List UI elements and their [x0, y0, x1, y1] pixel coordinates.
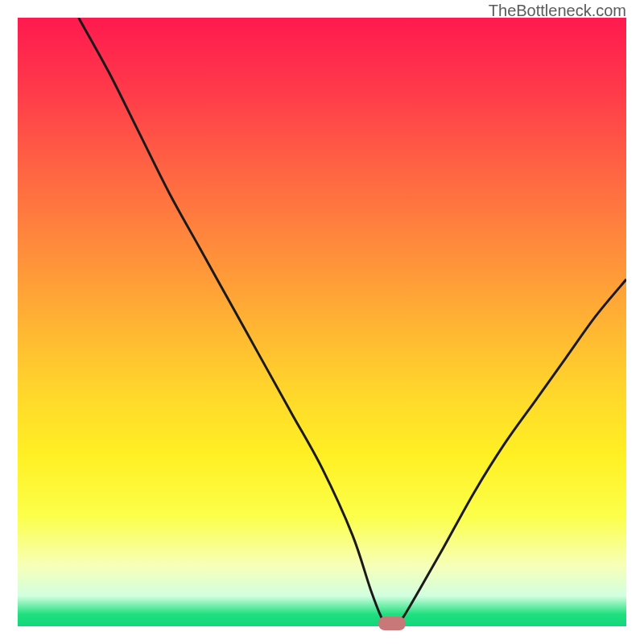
optimal-marker — [378, 617, 406, 630]
watermark-text: TheBottleneck.com — [489, 2, 626, 20]
chart-frame — [18, 18, 626, 626]
curve-layer — [18, 18, 626, 626]
bottleneck-curve — [79, 18, 626, 626]
